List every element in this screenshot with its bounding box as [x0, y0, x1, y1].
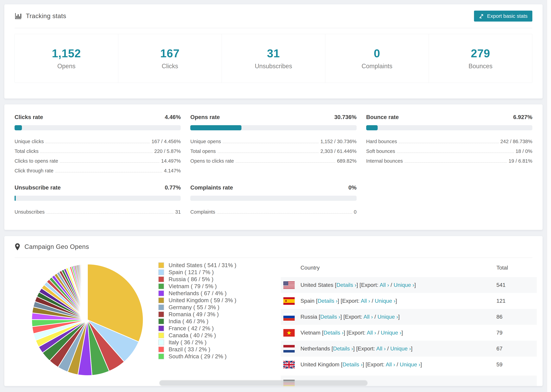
- country-row-united-kingdom: United Kingdom [Details ›] [Export: All …: [281, 357, 537, 372]
- horizontal-scrollbar-thumb[interactable]: [159, 380, 367, 386]
- country-row-spain: Spain [Details ›] [Export: All › / Uniqu…: [281, 293, 537, 309]
- rate-detail-row: Click through rate4.147%: [14, 166, 181, 175]
- export-basic-stats-button[interactable]: Export basic stats: [474, 11, 532, 21]
- export-all-link[interactable]: All ›: [386, 361, 395, 368]
- unsubscribe-rate-value: 0.77%: [165, 184, 181, 191]
- total-cell: 67: [496, 345, 532, 352]
- legend-label: United Kingdom ( 59 / 3% ): [169, 297, 236, 304]
- rate-detail-row: Unique clicks167 / 4.456%: [14, 136, 181, 146]
- legend-item: Italy ( 36 / 2% ): [158, 339, 236, 346]
- export-all-link[interactable]: All ›: [363, 314, 373, 320]
- rate-detail-value: 14.497%: [161, 158, 181, 164]
- vn-flag-icon: [283, 329, 295, 336]
- legend-label: India ( 46 / 3% ): [169, 318, 208, 325]
- export-all-link[interactable]: All ›: [376, 345, 386, 352]
- rate-detail-label: Soft bounces: [366, 148, 395, 154]
- export-unique-link[interactable]: Unique ›: [394, 282, 414, 288]
- campaign-geo-opens-card: Campaign Geo Opens United States ( 541 /…: [4, 236, 543, 386]
- rate-detail-label: Hard bounces: [366, 139, 397, 145]
- stat-label: Complaints: [361, 63, 392, 70]
- complaints-rate-title: Complaints rate: [190, 184, 233, 191]
- dotted-leader: [236, 162, 335, 163]
- clicks-rate-panel: Clicks rate 4.46% Unique clicks167 / 4.4…: [14, 114, 181, 175]
- complaints-rate-value: 0%: [348, 184, 357, 191]
- total-cell: 79: [496, 329, 532, 336]
- export-all-link[interactable]: All ›: [361, 298, 370, 304]
- legend-swatch: [158, 354, 164, 359]
- vertical-scrollbar[interactable]: [547, 0, 551, 392]
- dotted-leader: [397, 153, 514, 153]
- rate-detail-value: 167 / 4.456%: [151, 139, 181, 145]
- details-link[interactable]: Details ›: [318, 298, 338, 304]
- dotted-leader: [46, 143, 150, 143]
- legend-swatch: [158, 318, 164, 324]
- bounce-rate-bar-fill: [366, 125, 378, 130]
- opens-rate-title: Opens rate: [190, 114, 220, 120]
- rate-detail-value: 689.82%: [337, 158, 357, 164]
- stat-complaints: 0Complaints: [325, 34, 429, 83]
- details-link[interactable]: Details ›: [342, 361, 362, 368]
- legend-label: France ( 42 / 2% ): [169, 325, 214, 332]
- legend-label: Germany ( 55 / 3% ): [169, 304, 219, 311]
- geo-pie-chart: [29, 262, 146, 378]
- opens-rate-bar: [190, 125, 356, 130]
- export-icon: [479, 13, 484, 19]
- country-cell: Vietnam [Details ›] [Export: All › / Uni…: [300, 329, 496, 336]
- rate-detail-value: 19 / 6.81%: [509, 158, 532, 164]
- details-link[interactable]: Details ›: [333, 345, 353, 352]
- export-all-link[interactable]: All ›: [367, 329, 376, 336]
- geo-title: Campaign Geo Opens: [14, 243, 89, 251]
- legend-label: Canada ( 40 / 2% ): [169, 332, 216, 339]
- export-unique-link[interactable]: Unique ›: [390, 345, 411, 352]
- rates-card: Clicks rate 4.46% Unique clicks167 / 4.4…: [4, 104, 543, 230]
- legend-item: United Kingdom ( 59 / 3% ): [158, 297, 236, 304]
- legend-item: Romania ( 49 / 3% ): [158, 311, 236, 318]
- dotted-leader: [55, 172, 162, 172]
- legend-swatch: [158, 347, 164, 352]
- rate-detail-row: Internal bounces19 / 6.81%: [366, 156, 532, 166]
- clicks-rate-value: 4.46%: [165, 114, 181, 120]
- geo-country-table: Country Total United States [Details ›] …: [281, 258, 537, 386]
- legend-swatch: [158, 276, 164, 282]
- total-column-header: Total: [496, 265, 532, 271]
- rate-detail-value: 0: [354, 209, 357, 215]
- tracking-stats-title-text: Tracking stats: [26, 13, 66, 20]
- legend-item: Russia ( 86 / 5% ): [158, 276, 236, 283]
- details-link[interactable]: Details ›: [320, 314, 340, 320]
- legend-label: Russia ( 86 / 5% ): [169, 276, 213, 283]
- rate-detail-label: Total clicks: [14, 148, 38, 154]
- legend-swatch: [158, 262, 164, 268]
- country-row-russia: Russia [Details ›] [Export: All › / Uniq…: [281, 309, 537, 325]
- export-unique-link[interactable]: Unique ›: [381, 329, 402, 336]
- stat-value: 167: [160, 47, 179, 60]
- details-link[interactable]: Details ›: [324, 329, 344, 336]
- rate-detail-label: Complaints: [190, 209, 215, 215]
- dotted-leader: [218, 153, 319, 153]
- legend-item: Brazil ( 33 / 2% ): [158, 346, 236, 353]
- legend-item: France ( 42 / 2% ): [158, 325, 236, 332]
- nl-flag-icon: [283, 345, 295, 352]
- clicks-rate-bar: [14, 125, 181, 130]
- export-all-link[interactable]: All ›: [380, 282, 389, 288]
- legend-swatch: [158, 332, 164, 338]
- complaints-rate-panel: Complaints rate 0% Complaints0: [190, 184, 356, 217]
- country-cell: Spain [Details ›] [Export: All › / Uniqu…: [300, 298, 496, 304]
- rate-detail-row: Unsubscribes31: [14, 207, 181, 217]
- stat-value: 1,152: [52, 47, 81, 60]
- export-unique-link[interactable]: Unique ›: [400, 361, 420, 368]
- legend-swatch: [158, 269, 164, 275]
- geo-table-header: Country Total: [281, 258, 537, 277]
- legend-item: India ( 46 / 3% ): [158, 318, 236, 325]
- country-row-vietnam: Vietnam [Details ›] [Export: All › / Uni…: [281, 325, 537, 341]
- details-link[interactable]: Details ›: [336, 282, 356, 288]
- rate-detail-value: 220 / 5.87%: [154, 148, 181, 154]
- unsubscribe-rate-title: Unsubscribe rate: [14, 184, 61, 191]
- rate-detail-row: Total opens2,303 / 61.446%: [190, 146, 356, 156]
- stat-clicks: 167Clicks: [118, 34, 222, 83]
- legend-swatch: [158, 325, 164, 331]
- stat-label: Opens: [57, 63, 76, 70]
- dotted-leader: [223, 143, 319, 143]
- export-unique-link[interactable]: Unique ›: [377, 314, 398, 320]
- export-unique-link[interactable]: Unique ›: [375, 298, 396, 304]
- legend-label: Italy ( 36 / 2% ): [169, 339, 206, 346]
